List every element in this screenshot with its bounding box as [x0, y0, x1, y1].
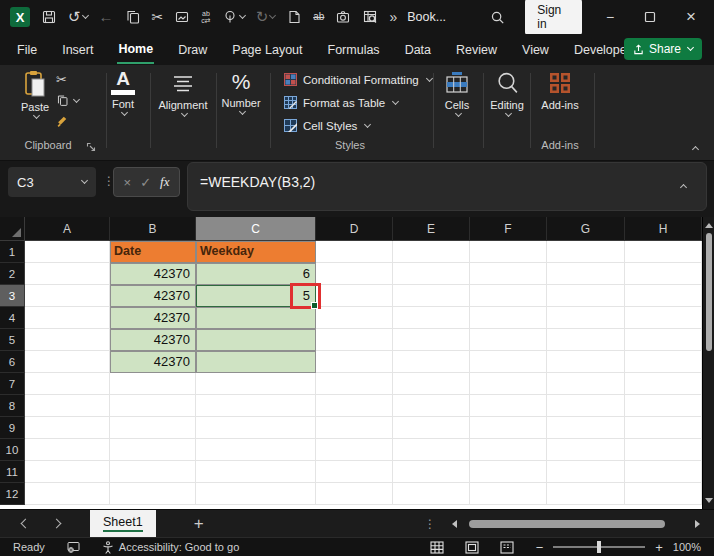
row-header-6[interactable]: 6: [0, 351, 25, 373]
zoom-slider[interactable]: [553, 546, 645, 548]
cell-G10[interactable]: [547, 439, 625, 461]
cell-B8[interactable]: [110, 395, 196, 417]
cell-B3[interactable]: 42370: [110, 285, 196, 307]
cell-C2[interactable]: 6: [196, 263, 316, 285]
cell-C9[interactable]: [196, 417, 316, 439]
fill-handle[interactable]: [311, 302, 318, 309]
cell-A4[interactable]: [25, 307, 110, 329]
cell-C12[interactable]: [196, 483, 316, 505]
tab-file[interactable]: File: [16, 37, 38, 63]
next-sheet-icon[interactable]: [52, 519, 62, 529]
search-icon[interactable]: [490, 9, 505, 26]
format-as-table-button[interactable]: Format as Table: [284, 95, 432, 110]
cell-B4[interactable]: 42370: [110, 307, 196, 329]
cell-G7[interactable]: [547, 373, 625, 395]
tab-insert[interactable]: Insert: [61, 37, 94, 63]
cell-E4[interactable]: [393, 307, 470, 329]
row-header-5[interactable]: 5: [0, 329, 25, 351]
cell-G2[interactable]: [547, 263, 625, 285]
formula-input[interactable]: =WEEKDAY(B3,2): [187, 162, 707, 211]
tab-bar-grip-icon[interactable]: ⋮: [424, 517, 436, 531]
column-header-B[interactable]: B: [110, 217, 196, 241]
alignment-group-button[interactable]: Alignment: [152, 70, 214, 116]
cell-H3[interactable]: [625, 285, 702, 307]
cell-A6[interactable]: [25, 351, 110, 373]
cell-H4[interactable]: [625, 307, 702, 329]
replace-icon[interactable]: abc⇄: [201, 10, 210, 24]
cell-B2[interactable]: 42370: [110, 263, 196, 285]
cell-B5[interactable]: 42370: [110, 329, 196, 351]
cell-A2[interactable]: [25, 263, 110, 285]
touch-mode-button[interactable]: [222, 9, 245, 25]
vertical-scrollbar[interactable]: [702, 217, 714, 509]
enter-icon[interactable]: ✓: [140, 175, 151, 190]
cell-A12[interactable]: [25, 483, 110, 505]
new-sheet-button[interactable]: +: [194, 514, 204, 534]
cell-F1[interactable]: [470, 241, 547, 263]
conditional-formatting-button[interactable]: Conditional Formatting: [284, 72, 432, 87]
editing-group-button[interactable]: Editing: [482, 70, 532, 116]
cell-H9[interactable]: [625, 417, 702, 439]
cell-D2[interactable]: [316, 263, 393, 285]
cell-H2[interactable]: [625, 263, 702, 285]
row-header-8[interactable]: 8: [0, 395, 25, 417]
sheet-tab-sheet1[interactable]: Sheet1: [90, 510, 156, 538]
sign-in-button[interactable]: Sign in: [525, 0, 582, 35]
cell-C1[interactable]: Weekday: [196, 241, 316, 263]
cell-C4[interactable]: [196, 307, 316, 329]
horizontal-scroll-thumb[interactable]: [469, 520, 665, 528]
cell-D7[interactable]: [316, 373, 393, 395]
scroll-down-icon[interactable]: [705, 498, 713, 503]
tab-home[interactable]: Home: [117, 36, 154, 64]
vertical-scroll-thumb[interactable]: [706, 233, 712, 351]
prev-sheet-icon[interactable]: [21, 519, 31, 529]
cell-G8[interactable]: [547, 395, 625, 417]
cell-H10[interactable]: [625, 439, 702, 461]
page-break-view-icon[interactable]: [500, 541, 514, 554]
insert-function-icon[interactable]: fx: [160, 174, 169, 190]
cell-D8[interactable]: [316, 395, 393, 417]
cell-H12[interactable]: [625, 483, 702, 505]
undo-button[interactable]: ↺: [68, 9, 88, 25]
sheet-lookup-icon[interactable]: [362, 9, 378, 25]
row-header-10[interactable]: 10: [0, 439, 25, 461]
cells-group-button[interactable]: Cells: [432, 70, 482, 116]
tab-review[interactable]: Review: [455, 37, 498, 63]
cell-F4[interactable]: [470, 307, 547, 329]
cell-D3[interactable]: [316, 285, 393, 307]
column-header-E[interactable]: E: [393, 217, 470, 241]
cell-B11[interactable]: [110, 461, 196, 483]
cell-E11[interactable]: [393, 461, 470, 483]
cell-D10[interactable]: [316, 439, 393, 461]
touch-mode-chevron-icon[interactable]: [239, 12, 246, 19]
picture-link-icon[interactable]: [174, 9, 190, 25]
cell-D9[interactable]: [316, 417, 393, 439]
column-header-F[interactable]: F: [470, 217, 547, 241]
cell-F7[interactable]: [470, 373, 547, 395]
font-group-button[interactable]: A Font: [98, 70, 148, 115]
cell-C8[interactable]: [196, 395, 316, 417]
cell-F5[interactable]: [470, 329, 547, 351]
name-box[interactable]: C3: [8, 167, 96, 197]
cell-E10[interactable]: [393, 439, 470, 461]
horizontal-scroll-track[interactable]: [467, 520, 685, 528]
tab-formulas[interactable]: Formulas: [327, 37, 381, 63]
tab-data[interactable]: Data: [404, 37, 432, 63]
cell-A3[interactable]: [25, 285, 110, 307]
save-icon[interactable]: [41, 9, 57, 25]
cell-B12[interactable]: [110, 483, 196, 505]
cell-E8[interactable]: [393, 395, 470, 417]
paste-button[interactable]: Paste: [12, 70, 58, 118]
accessibility-status[interactable]: Accessibility: Good to go: [102, 541, 239, 554]
cell-D1[interactable]: [316, 241, 393, 263]
cell-E7[interactable]: [393, 373, 470, 395]
row-header-7[interactable]: 7: [0, 373, 25, 395]
copy-icon[interactable]: [125, 9, 141, 25]
cell-B10[interactable]: [110, 439, 196, 461]
cell-F2[interactable]: [470, 263, 547, 285]
cell-E12[interactable]: [393, 483, 470, 505]
cell-D11[interactable]: [316, 461, 393, 483]
cell-A7[interactable]: [25, 373, 110, 395]
cell-A10[interactable]: [25, 439, 110, 461]
close-icon[interactable]: ×: [686, 9, 696, 25]
